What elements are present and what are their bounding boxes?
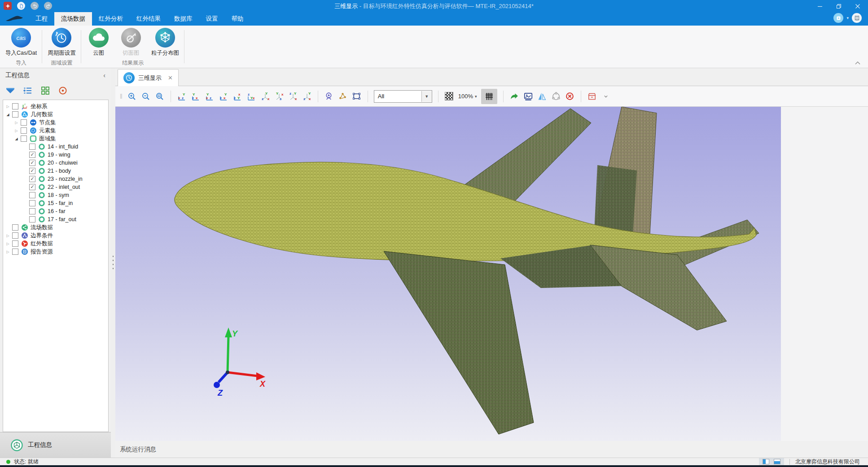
- panel-splitter[interactable]: [111, 68, 115, 458]
- mirror-icon[interactable]: [537, 92, 547, 101]
- zoom-fit-icon[interactable]: [155, 92, 165, 101]
- ribbon-button[interactable]: 云图: [85, 28, 113, 57]
- layout-left-icon[interactable]: [763, 459, 769, 464]
- checkbox[interactable]: [12, 240, 18, 247]
- probe-icon[interactable]: [324, 92, 334, 101]
- tree-item[interactable]: 14 - int_fluid: [3, 143, 108, 151]
- checkbox[interactable]: [12, 249, 18, 255]
- combo-dropdown-button[interactable]: ▼: [421, 91, 432, 102]
- layout-bottom-icon[interactable]: [774, 459, 780, 464]
- ribbon-button[interactable]: cas导入Cas/Dat: [4, 28, 39, 57]
- expand-arrow[interactable]: ◢: [5, 113, 11, 117]
- menu-item-tab[interactable]: 数据库: [167, 12, 199, 26]
- view-front-icon[interactable]: Yxz: [177, 92, 187, 101]
- view-iso-4-icon[interactable]: zYx: [302, 92, 312, 101]
- export-icon[interactable]: [509, 92, 519, 101]
- expand-arrow[interactable]: ▷: [5, 105, 11, 109]
- filter-icon[interactable]: [5, 86, 15, 96]
- style-icon[interactable]: [852, 13, 862, 23]
- clip-sphere-icon[interactable]: [551, 92, 561, 101]
- ribbon-button[interactable]: 粒子分布图: [149, 28, 181, 57]
- tree-item[interactable]: ▷边界条件: [3, 231, 108, 240]
- expand-arrow[interactable]: ▷: [13, 121, 19, 125]
- zoom-out-icon[interactable]: [141, 92, 151, 101]
- view-left-icon[interactable]: Yxz: [205, 92, 215, 101]
- panel-collapse-icon[interactable]: ‹: [103, 72, 105, 79]
- clear-icon[interactable]: [565, 92, 575, 101]
- view-back-icon[interactable]: Yzx: [191, 92, 201, 101]
- ribbon-button[interactable]: 周期面设置: [46, 28, 78, 57]
- more-dropdown-icon[interactable]: [601, 92, 611, 101]
- menu-item-tab[interactable]: 红外结果: [130, 12, 167, 26]
- toolbar-grip[interactable]: ‖: [120, 93, 123, 100]
- checkbox[interactable]: [29, 192, 35, 198]
- skin-dropdown-caret[interactable]: ▾: [846, 16, 849, 20]
- locate-icon[interactable]: [58, 86, 68, 96]
- checkbox[interactable]: [21, 127, 27, 134]
- expand-arrow[interactable]: ▷: [5, 242, 11, 246]
- expand-arrow[interactable]: ▷: [5, 234, 11, 238]
- grid-view-icon[interactable]: [40, 86, 50, 96]
- tree-item[interactable]: ✓22 - inlet_out: [3, 183, 108, 191]
- minimize-button[interactable]: [811, 0, 829, 12]
- view-top-icon[interactable]: xzY: [232, 92, 242, 101]
- view-iso-3-icon[interactable]: zYx: [288, 92, 298, 101]
- transparency-icon[interactable]: [444, 92, 454, 101]
- checkbox[interactable]: [21, 135, 27, 142]
- view-iso-2-icon[interactable]: Yxz: [274, 92, 284, 101]
- checkbox[interactable]: [29, 208, 35, 214]
- tree-item[interactable]: ◢面域集: [3, 135, 108, 143]
- menu-item-tab[interactable]: 设置: [199, 12, 225, 26]
- checkbox[interactable]: ✓: [29, 168, 35, 174]
- checkbox[interactable]: [12, 232, 18, 239]
- particle-trace-icon[interactable]: [338, 92, 348, 101]
- snapshot-icon[interactable]: [523, 92, 533, 101]
- tree-item[interactable]: 17 - far_out: [3, 215, 108, 223]
- close-button[interactable]: [848, 0, 867, 12]
- checkbox[interactable]: ✓: [29, 160, 35, 166]
- zoom-in-icon[interactable]: [127, 92, 137, 101]
- menu-item-tab[interactable]: 红外分析: [92, 12, 130, 26]
- checkbox[interactable]: [21, 119, 27, 126]
- checkbox[interactable]: ✓: [29, 176, 35, 182]
- new-document-icon[interactable]: [17, 2, 25, 10]
- checkbox[interactable]: [12, 224, 18, 231]
- view-bottom-icon[interactable]: zYx: [246, 92, 256, 101]
- tree-item[interactable]: ◢几何数据: [3, 110, 108, 118]
- tree-item[interactable]: ▷节点集: [3, 118, 108, 127]
- list-view-icon[interactable]: [23, 86, 33, 96]
- undo-icon[interactable]: [31, 2, 39, 10]
- splitter-handle[interactable]: [112, 254, 114, 271]
- mesh-toggle-icon[interactable]: [481, 89, 497, 104]
- tree-item[interactable]: 18 - sym: [3, 191, 108, 199]
- view-iso-1-icon[interactable]: Yzx: [260, 92, 270, 101]
- expand-arrow[interactable]: ▷: [13, 129, 19, 133]
- checkbox[interactable]: ✓: [29, 184, 35, 190]
- view-right-icon[interactable]: Yzx: [219, 92, 228, 101]
- tab-3d-view[interactable]: 三维显示 ✕: [118, 69, 179, 86]
- checkbox[interactable]: [12, 111, 18, 118]
- tab-close-icon[interactable]: ✕: [168, 74, 173, 81]
- checkbox[interactable]: ✓: [29, 152, 35, 158]
- tree-item[interactable]: ▷报告资源: [3, 248, 108, 256]
- ribbon-collapse-icon[interactable]: [855, 61, 861, 65]
- redo-icon[interactable]: [44, 2, 52, 10]
- checkbox[interactable]: [29, 216, 35, 223]
- tree-item[interactable]: ✓21 - body: [3, 167, 108, 175]
- checkbox[interactable]: [29, 200, 35, 206]
- maximize-button[interactable]: [829, 0, 848, 12]
- tree-item[interactable]: 15 - far_in: [3, 199, 108, 207]
- tree-item[interactable]: ✓20 - chuiwei: [3, 159, 108, 167]
- tree-item[interactable]: ▷红外数据: [3, 240, 108, 248]
- display-filter-select[interactable]: All▼: [374, 90, 432, 103]
- tree-item[interactable]: ✓23 - nozzle_in: [3, 175, 108, 183]
- skin-icon[interactable]: [833, 13, 843, 23]
- zoom-level-dropdown[interactable]: 100%▾: [458, 93, 477, 100]
- tree-item[interactable]: 流场数据: [3, 223, 108, 231]
- viewport-3d[interactable]: Y X Z: [115, 107, 781, 441]
- package-icon[interactable]: [587, 92, 597, 101]
- checkbox[interactable]: [12, 103, 18, 109]
- tree-item[interactable]: ▷元素集: [3, 127, 108, 135]
- tree-item[interactable]: ✓19 - wing: [3, 151, 108, 159]
- menu-item-tab[interactable]: 工程: [29, 12, 54, 26]
